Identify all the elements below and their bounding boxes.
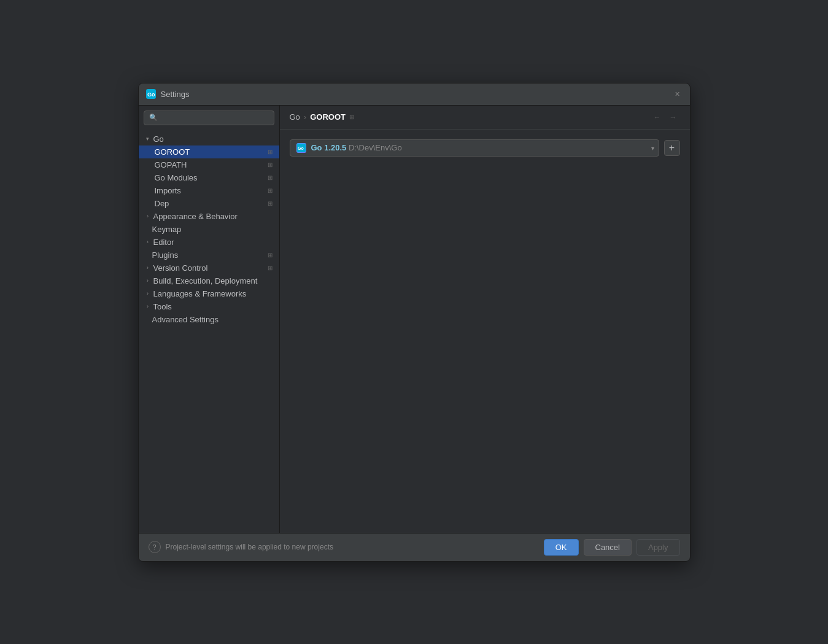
sidebar-item-appearance-behavior-label: Appearance & Behavior [153,212,274,221]
sidebar-item-go-label: Go [153,134,274,144]
settings-icon-plugins: ⊞ [266,250,274,259]
go-version-icon: Go [296,143,306,153]
cancel-button[interactable]: Cancel [584,539,632,556]
nav-forward-button[interactable]: → [667,111,680,124]
nav-tree: ▾ Go GOROOT ⊞ GOPATH ⊞ Go Modules ⊞ [139,130,279,533]
help-button[interactable]: ? [149,541,161,553]
sidebar: 🔍 ▾ Go GOROOT ⊞ GOPATH ⊞ [139,106,280,533]
sidebar-item-editor[interactable]: › Editor [139,236,279,249]
sidebar-item-appearance-behavior[interactable]: › Appearance & Behavior [139,210,279,223]
sidebar-item-version-control-label: Version Control [153,263,266,273]
chevron-version-control: › [144,263,152,272]
search-input[interactable] [161,114,269,122]
ok-button[interactable]: OK [544,539,579,556]
main-content: 🔍 ▾ Go GOROOT ⊞ GOPATH ⊞ [139,106,690,533]
breadcrumb-settings-icon: ⊞ [349,114,354,120]
sidebar-item-imports[interactable]: Imports ⊞ [139,184,279,197]
settings-icon-dep: ⊞ [266,199,274,208]
content-body: Go Go 1.20.5 D:\Dev\Env\Go ▾ + [280,130,690,533]
sidebar-item-imports-label: Imports [155,186,266,195]
chevron-build: › [144,276,152,285]
content-area: Go › GOROOT ⊞ ← → [280,106,690,533]
sidebar-item-advanced-settings[interactable]: Advanced Settings [139,313,279,326]
settings-icon-imports: ⊞ [266,186,274,195]
go-path: D:\Dev\Env\Go [349,143,402,152]
bottom-bar: ? Project-level settings will be applied… [139,533,690,561]
nav-arrows: ← → [651,111,680,124]
chevron-editor: › [144,238,152,246]
bottom-info-text: Project-level settings will be applied t… [166,543,333,551]
goroot-dropdown-container: Go Go 1.20.5 D:\Dev\Env\Go ▾ [290,139,659,157]
breadcrumb: Go › GOROOT ⊞ [290,112,354,122]
sidebar-item-build-execution-label: Build, Execution, Deployment [153,276,274,285]
sidebar-item-keymap[interactable]: Keymap [139,223,279,236]
content-header: Go › GOROOT ⊞ ← → [280,106,690,130]
bottom-actions: OK Cancel Apply [544,539,680,556]
sidebar-item-goroot[interactable]: GOROOT ⊞ [139,145,279,158]
sidebar-item-languages-frameworks[interactable]: › Languages & Frameworks [139,287,279,300]
goroot-dropdown[interactable]: Go Go 1.20.5 D:\Dev\Env\Go [290,139,659,157]
search-box[interactable]: 🔍 [144,111,274,125]
apply-button[interactable]: Apply [636,539,680,556]
sidebar-item-goroot-label: GOROOT [155,147,266,157]
title-bar-left: Go Settings [146,89,190,99]
sidebar-item-languages-frameworks-label: Languages & Frameworks [153,289,274,298]
sidebar-item-gopath-label: GOPATH [155,160,266,169]
chevron-appearance: › [144,212,152,220]
dialog-title: Settings [161,90,190,99]
bottom-help: ? Project-level settings will be applied… [149,541,333,553]
chevron-go: ▾ [144,134,152,143]
settings-dialog: Go Settings × 🔍 ▾ Go GOROOT [138,83,691,562]
sidebar-item-dep[interactable]: Dep ⊞ [139,197,279,210]
app-logo: Go [146,89,156,99]
svg-text:Go: Go [298,146,304,150]
search-icon: 🔍 [149,114,158,122]
close-button[interactable]: × [673,89,683,99]
sidebar-item-go[interactable]: ▾ Go [139,133,279,145]
sidebar-item-advanced-settings-label: Advanced Settings [144,315,274,324]
settings-icon-go-modules: ⊞ [266,173,274,182]
sidebar-item-dep-label: Dep [155,199,266,208]
sidebar-item-editor-label: Editor [153,238,274,247]
chevron-languages: › [144,289,152,298]
settings-icon-version-control: ⊞ [266,263,274,272]
goroot-selector: Go Go 1.20.5 D:\Dev\Env\Go ▾ + [290,139,680,157]
breadcrumb-parent: Go [290,112,300,122]
sidebar-item-tools[interactable]: › Tools [139,300,279,313]
sidebar-item-plugins[interactable]: Plugins ⊞ [139,249,279,262]
sidebar-item-go-modules-label: Go Modules [155,173,266,182]
sidebar-item-go-modules[interactable]: Go Modules ⊞ [139,171,279,184]
nav-back-button[interactable]: ← [651,111,664,124]
sidebar-item-gopath[interactable]: GOPATH ⊞ [139,158,279,171]
dropdown-chevron-icon: ▾ [651,144,654,151]
settings-icon-gopath: ⊞ [266,160,274,169]
title-bar: Go Settings × [139,83,690,106]
breadcrumb-separator: › [304,112,306,122]
svg-text:Go: Go [147,91,155,98]
sidebar-item-version-control[interactable]: › Version Control ⊞ [139,262,279,274]
breadcrumb-current: GOROOT [310,112,346,122]
chevron-tools: › [144,302,152,311]
settings-icon-goroot: ⊞ [266,147,274,156]
sidebar-item-keymap-label: Keymap [144,225,274,234]
add-goroot-button[interactable]: + [664,140,680,156]
sidebar-item-plugins-label: Plugins [144,250,266,260]
go-version: Go 1.20.5 [311,143,347,152]
sidebar-item-tools-label: Tools [153,302,274,311]
sidebar-item-build-execution[interactable]: › Build, Execution, Deployment [139,274,279,287]
goroot-version-label: Go 1.20.5 D:\Dev\Env\Go [311,143,640,152]
